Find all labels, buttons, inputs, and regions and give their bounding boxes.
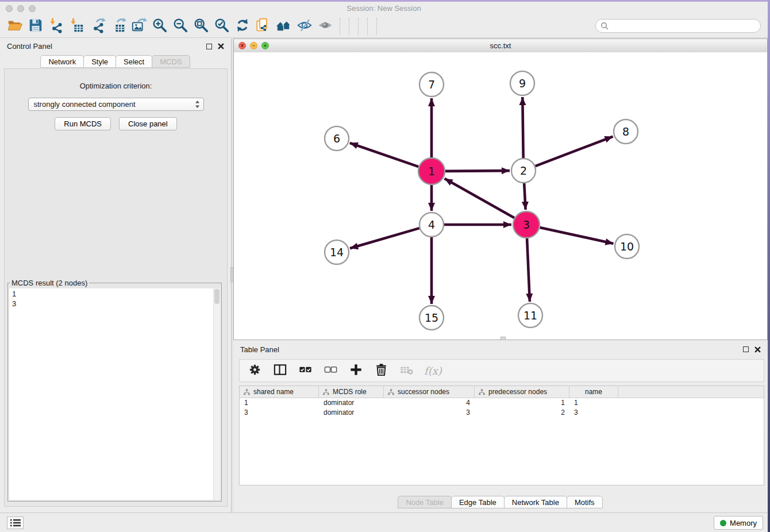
memory-button[interactable]: Memory <box>714 516 763 530</box>
column-header-MCDS-role[interactable]: MCDS role <box>319 386 384 398</box>
tab-node-table[interactable]: Node Table <box>398 496 452 508</box>
column-header-predecessor-nodes[interactable]: predecessor nodes <box>475 386 569 398</box>
tab-motifs[interactable]: Motifs <box>567 496 603 508</box>
new-network-from-selection-button[interactable] <box>253 17 274 36</box>
deselect-all-columns-button[interactable] <box>323 363 338 379</box>
delete-columns-button[interactable] <box>374 363 389 379</box>
sort-column-icon[interactable] <box>479 389 485 395</box>
hide-graphics-details-button[interactable] <box>294 17 315 36</box>
import-network-button[interactable] <box>46 17 67 36</box>
select-all-columns-button[interactable] <box>298 363 313 379</box>
column-header-successor-nodes[interactable]: successor nodes <box>384 386 475 398</box>
node-3[interactable]: 3 <box>513 211 540 238</box>
tab-network-table[interactable]: Network Table <box>504 496 567 508</box>
float-panel-icon[interactable] <box>206 44 212 49</box>
task-list-icon <box>10 519 21 527</box>
table-cell[interactable]: 3 <box>240 408 319 418</box>
zoom-fit-icon <box>193 17 209 35</box>
optimization-criterion-select[interactable]: strongly connected component <box>28 98 204 111</box>
node-1[interactable]: 1 <box>418 158 445 184</box>
node-7[interactable]: 7 <box>419 72 444 97</box>
node-4[interactable]: 4 <box>419 213 444 237</box>
table-row[interactable]: 1dominator411 <box>240 398 764 408</box>
table-cell[interactable]: 1 <box>569 398 618 408</box>
column-header-shared-name[interactable]: shared name <box>240 386 319 398</box>
first-neighbors-button[interactable] <box>274 17 294 36</box>
network-canvas[interactable]: 7968124314101511 <box>234 52 767 340</box>
table-cell[interactable]: 4 <box>384 398 475 408</box>
node-14[interactable]: 14 <box>325 240 349 264</box>
node-8[interactable]: 8 <box>614 119 638 144</box>
edge-3-10[interactable] <box>540 228 614 244</box>
run-mcds-button[interactable]: Run MCDS <box>55 117 111 130</box>
search-input[interactable] <box>611 20 760 32</box>
console-button[interactable] <box>7 516 24 529</box>
save-session-button[interactable] <box>25 17 46 36</box>
table-cell[interactable]: 2 <box>475 408 569 418</box>
add-column-button[interactable] <box>348 363 364 379</box>
tab-network[interactable]: Network <box>40 55 84 68</box>
table-cell[interactable]: 3 <box>384 408 475 418</box>
apply-preferred-layout-button[interactable] <box>232 17 253 36</box>
edge-2-3[interactable] <box>524 183 525 210</box>
mcds-result-area[interactable]: 1 3 <box>9 288 220 500</box>
column-header-name[interactable]: name <box>569 386 618 398</box>
export-image-button[interactable] <box>129 17 149 36</box>
zoom-selected-icon <box>214 17 230 35</box>
table-cell[interactable]: 1 <box>240 398 319 408</box>
zoom-in-button[interactable] <box>149 17 170 36</box>
maximize-view-button[interactable]: + <box>261 42 269 49</box>
table-cell[interactable]: 3 <box>569 408 618 418</box>
close-panel-icon[interactable] <box>218 43 224 49</box>
delete-columns-icon <box>374 363 388 379</box>
close-table-panel-icon[interactable] <box>754 346 761 353</box>
minimize-view-button[interactable]: − <box>250 42 257 49</box>
show-graphics-details-button[interactable] <box>315 17 336 36</box>
edge-3-11[interactable] <box>527 238 530 302</box>
node-table[interactable]: shared nameMCDS rolesuccessor nodesprede… <box>239 385 764 485</box>
node-11[interactable]: 11 <box>518 303 542 327</box>
zoom-out-button[interactable] <box>170 17 191 36</box>
node-15[interactable]: 15 <box>419 306 444 330</box>
svg-text:14: 14 <box>330 246 344 259</box>
table-settings-button[interactable] <box>247 363 263 379</box>
tab-select[interactable]: Select <box>116 55 152 68</box>
node-10[interactable]: 10 <box>615 234 639 259</box>
result-scrollbar-thumb[interactable] <box>214 289 220 304</box>
edge-3-1[interactable] <box>445 179 515 218</box>
export-network-button[interactable] <box>87 17 108 36</box>
view-resize-handle[interactable] <box>500 337 506 340</box>
table-cell[interactable]: dominator <box>319 398 384 408</box>
export-table-button[interactable] <box>108 17 129 36</box>
svg-text:6: 6 <box>333 132 340 145</box>
edge-4-14[interactable] <box>350 228 419 248</box>
import-table-button[interactable] <box>67 17 87 36</box>
tab-style[interactable]: Style <box>83 55 116 68</box>
tab-mcds[interactable]: MCDS <box>152 55 190 68</box>
open-session-button[interactable] <box>5 17 25 36</box>
table-cell[interactable]: 1 <box>475 398 569 408</box>
table-cell[interactable]: dominator <box>319 408 384 418</box>
table-panel-title: Table Panel <box>240 345 737 354</box>
zoom-fit-button[interactable] <box>191 17 211 36</box>
tab-edge-table[interactable]: Edge Table <box>451 496 505 508</box>
edge-1-2[interactable] <box>445 171 510 171</box>
edge-2-8[interactable] <box>536 137 613 167</box>
table-row[interactable]: 3dominator323 <box>240 408 764 418</box>
float-table-panel-icon[interactable] <box>743 346 749 352</box>
edge-1-6[interactable] <box>350 143 419 167</box>
toggle-column-panel-button[interactable] <box>272 363 288 379</box>
sort-column-icon[interactable] <box>244 389 250 395</box>
sort-column-icon[interactable] <box>323 389 329 395</box>
close-view-button[interactable]: × <box>238 42 246 49</box>
table-tabs: Node TableEdge TableNetwork TableMotifs <box>233 496 768 508</box>
zoom-selected-button[interactable] <box>211 17 232 36</box>
node-9[interactable]: 9 <box>510 71 534 95</box>
edge-2-9[interactable] <box>522 97 523 158</box>
close-panel-button[interactable]: Close panel <box>119 117 177 130</box>
node-2[interactable]: 2 <box>511 159 536 183</box>
result-scrollbar[interactable] <box>213 288 220 500</box>
node-6[interactable]: 6 <box>325 126 349 151</box>
search-box[interactable] <box>595 19 761 33</box>
sort-column-icon[interactable] <box>388 389 394 395</box>
